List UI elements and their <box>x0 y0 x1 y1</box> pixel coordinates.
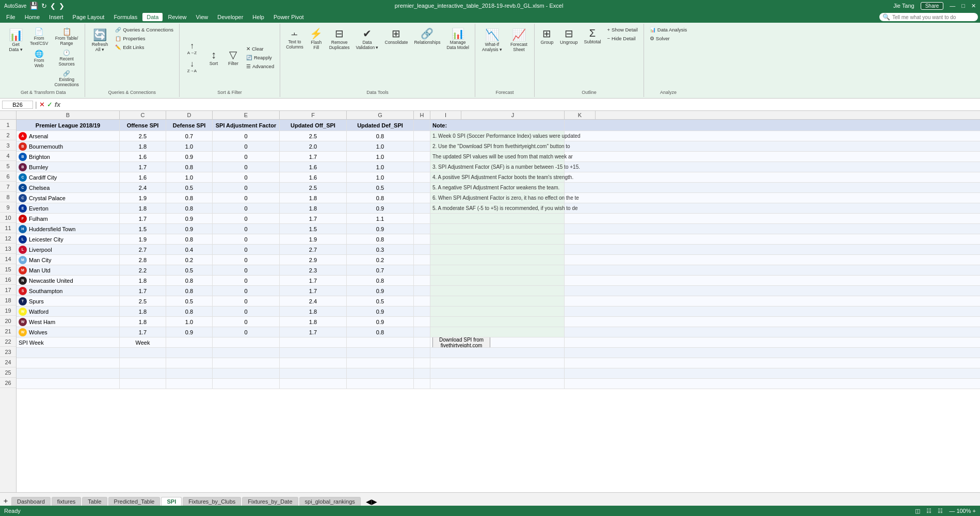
sheet-tab-fixtures-by-date[interactable]: Fixtures_by_Date <box>242 497 298 506</box>
cell[interactable]: 0.9 <box>166 152 213 162</box>
menu-review[interactable]: Review <box>164 13 190 21</box>
cell[interactable]: 1.0 <box>166 172 213 182</box>
col-header-f[interactable]: F <box>280 111 347 119</box>
hide-detail-button[interactable]: − Hide Detail <box>605 35 640 42</box>
menu-formulas[interactable]: Formulas <box>109 13 141 21</box>
team-name-cell[interactable]: NNewcastle United <box>17 276 120 285</box>
cell[interactable]: 1.6 <box>120 172 166 182</box>
row-num-24[interactable]: 24 <box>0 357 16 367</box>
cell[interactable] <box>213 348 280 358</box>
row-num-7[interactable]: 7 <box>0 182 16 192</box>
cell[interactable]: 2.7 <box>120 245 166 254</box>
cell[interactable]: 1.0 <box>347 162 414 172</box>
relationships-button[interactable]: 🔗 Relationships <box>411 26 443 46</box>
cell[interactable]: 1.8 <box>120 276 166 285</box>
team-name-cell[interactable]: AArsenal <box>17 131 120 141</box>
menu-home[interactable]: Home <box>21 13 44 21</box>
manage-data-model-button[interactable]: 📊 ManageData Model <box>444 26 471 52</box>
cell[interactable]: 0 <box>213 214 280 223</box>
cell[interactable] <box>414 296 430 306</box>
cell[interactable]: 0.8 <box>166 234 213 244</box>
cell[interactable]: 2.8 <box>120 255 166 265</box>
menu-file[interactable]: File <box>2 13 20 21</box>
cell[interactable] <box>280 358 347 368</box>
cell[interactable]: 0.8 <box>166 307 213 316</box>
cell[interactable]: 1.7 <box>280 286 347 296</box>
col-header-g[interactable]: G <box>347 111 414 119</box>
team-name-cell[interactable]: LLiverpool <box>17 245 120 254</box>
row-num-2[interactable]: 2 <box>0 130 16 140</box>
row-num-16[interactable]: 16 <box>0 275 16 285</box>
cell[interactable]: 1.0 <box>166 317 213 327</box>
menu-page-layout[interactable]: Page Layout <box>69 13 109 21</box>
row-num-3[interactable]: 3 <box>0 140 16 151</box>
row-num-13[interactable]: 13 <box>0 244 16 254</box>
cell[interactable] <box>414 276 430 285</box>
cell[interactable]: 1.7 <box>280 327 347 337</box>
col-header-b[interactable]: B <box>17 111 120 119</box>
nav-right-icon[interactable]: ▶ <box>372 497 377 506</box>
cell[interactable]: 1.8 <box>120 203 166 213</box>
col-header-k[interactable]: K <box>565 111 596 119</box>
cell[interactable]: 0.8 <box>347 234 414 244</box>
cell[interactable]: 0.8 <box>347 131 414 141</box>
cell[interactable]: 1.7 <box>120 327 166 337</box>
download-spi-button[interactable]: Download SPI from fivethirtyeight.com <box>432 337 490 347</box>
cell[interactable] <box>120 368 166 378</box>
team-name-cell[interactable]: SSouthampton <box>17 286 120 296</box>
cell[interactable]: 0 <box>213 327 280 337</box>
cell[interactable]: 0 <box>213 286 280 296</box>
cell[interactable] <box>347 368 414 378</box>
cell[interactable]: 0 <box>213 245 280 254</box>
cell[interactable]: 1.9 <box>280 234 347 244</box>
cell[interactable]: 2.5 <box>120 131 166 141</box>
cell[interactable]: 0 <box>213 265 280 275</box>
cell[interactable]: 0 <box>213 152 280 162</box>
cell[interactable] <box>166 379 213 389</box>
cell[interactable] <box>347 379 414 389</box>
zoom-slider[interactable]: — 100% + <box>949 508 976 514</box>
cell[interactable]: 0 <box>213 131 280 141</box>
cell[interactable]: 1.8 <box>120 317 166 327</box>
cell[interactable]: 0.3 <box>347 245 414 254</box>
cell[interactable]: 0.8 <box>166 193 213 203</box>
row-num-10[interactable]: 10 <box>0 213 16 223</box>
cell[interactable]: 0 <box>213 317 280 327</box>
cell[interactable] <box>430 368 565 378</box>
cell[interactable]: 0.8 <box>166 162 213 172</box>
row-num-15[interactable]: 15 <box>0 264 16 275</box>
sort-desc-button[interactable]: ↓Z→A <box>183 58 201 75</box>
cell[interactable]: 1.7 <box>280 152 347 162</box>
row-num-26[interactable]: 26 <box>0 378 16 388</box>
reapply-button[interactable]: 🔄 Reapply <box>244 54 277 61</box>
consolidate-button[interactable]: ⊞ Consolidate <box>382 26 411 46</box>
row-num-9[interactable]: 9 <box>0 202 16 213</box>
flash-fill-button[interactable]: ⚡ FlashFill <box>307 26 326 52</box>
cell[interactable]: 0.7 <box>166 131 213 141</box>
team-name-cell[interactable]: EEverton <box>17 203 120 213</box>
remove-duplicates-button[interactable]: ⊟ RemoveDuplicates <box>327 26 352 52</box>
cell[interactable] <box>280 379 347 389</box>
cell[interactable] <box>17 348 120 358</box>
view-break-icon[interactable]: ☷ <box>938 508 943 514</box>
cell[interactable]: 1.8 <box>120 307 166 316</box>
cell[interactable] <box>414 172 430 182</box>
cell[interactable] <box>414 162 430 172</box>
queries-connections-button[interactable]: 🔗 Queries & Connections <box>113 26 176 34</box>
cell[interactable] <box>120 348 166 358</box>
cell[interactable]: 1.8 <box>280 203 347 213</box>
col-header-d[interactable]: D <box>166 111 213 119</box>
row-num-6[interactable]: 6 <box>0 171 16 182</box>
cell[interactable]: 0 <box>213 162 280 172</box>
cell[interactable] <box>414 379 430 389</box>
cell[interactable] <box>213 368 280 378</box>
cell[interactable]: 0 <box>213 296 280 306</box>
cell[interactable]: 0 <box>213 307 280 316</box>
team-name-cell[interactable]: CChelsea <box>17 183 120 192</box>
cell[interactable] <box>166 358 213 368</box>
menu-view[interactable]: View <box>192 13 213 21</box>
cell[interactable]: 0.4 <box>166 245 213 254</box>
row-num-25[interactable]: 25 <box>0 367 16 378</box>
cell[interactable]: Updated Off_SPI <box>280 120 347 131</box>
formula-input[interactable] <box>62 101 978 108</box>
